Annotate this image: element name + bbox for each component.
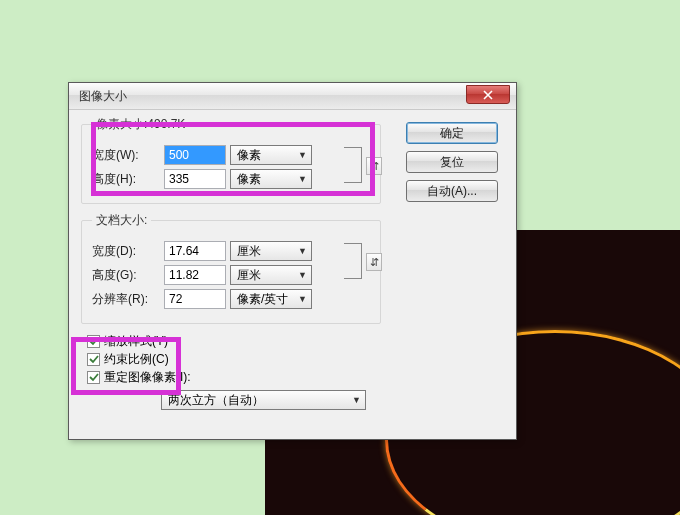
check-icon	[89, 372, 99, 382]
check-icon	[89, 336, 99, 346]
doc-link-toggle[interactable]: ⇵	[366, 253, 382, 271]
titlebar[interactable]: 图像大小	[69, 83, 516, 110]
reset-label: 复位	[440, 154, 464, 171]
res-unit: 像素/英寸	[237, 291, 288, 308]
auto-label: 自动(A)...	[427, 183, 477, 200]
resample-method-row: 两次立方（自动） ▼	[81, 390, 504, 410]
chevron-down-icon: ▼	[298, 150, 307, 160]
link-icon: ⇵	[370, 256, 379, 269]
scale-styles-label: 缩放样式(Y)	[104, 333, 168, 350]
constrain-row: 约束比例(C)	[87, 350, 504, 368]
resample-method-dropdown[interactable]: 两次立方（自动） ▼	[161, 390, 366, 410]
pixel-width-unit: 像素	[237, 147, 261, 164]
ok-button[interactable]: 确定	[406, 122, 498, 144]
chevron-down-icon: ▼	[298, 294, 307, 304]
doc-height-row: 高度(G): 厘米 ▼	[92, 265, 370, 285]
doc-link-bracket	[344, 243, 362, 279]
resample-row: 重定图像像素(I):	[87, 368, 504, 386]
ok-label: 确定	[440, 125, 464, 142]
dialog-title: 图像大小	[79, 88, 127, 105]
chevron-down-icon: ▼	[298, 174, 307, 184]
check-icon	[89, 354, 99, 364]
resample-checkbox[interactable]	[87, 371, 100, 384]
pixel-width-unit-dropdown[interactable]: 像素 ▼	[230, 145, 312, 165]
doc-width-label: 宽度(D):	[92, 243, 160, 260]
doc-height-input[interactable]	[164, 265, 226, 285]
pixel-height-unit: 像素	[237, 171, 261, 188]
resolution-input[interactable]	[164, 289, 226, 309]
options-checks: 缩放样式(Y) 约束比例(C) 重定图像像素(I):	[81, 332, 504, 386]
chevron-down-icon: ▼	[352, 395, 361, 405]
height-label: 高度(H):	[92, 171, 160, 188]
pixel-width-input[interactable]	[164, 145, 226, 165]
pixel-width-row: 宽度(W): 像素 ▼	[92, 145, 370, 165]
doc-height-unit-dropdown[interactable]: 厘米 ▼	[230, 265, 312, 285]
pixel-group-legend: 像素大小:490.7K	[92, 116, 189, 133]
pixel-height-input[interactable]	[164, 169, 226, 189]
resample-label: 重定图像像素(I):	[104, 369, 191, 386]
doc-width-unit: 厘米	[237, 243, 261, 260]
pixel-link-toggle[interactable]: ⇵	[366, 157, 382, 175]
constrain-checkbox[interactable]	[87, 353, 100, 366]
doc-height-unit: 厘米	[237, 267, 261, 284]
image-size-dialog: 图像大小 确定 复位 自动(A)... 像素大小:490.7K 宽度(W): 像…	[68, 82, 517, 440]
doc-height-label: 高度(G):	[92, 267, 160, 284]
chevron-down-icon: ▼	[298, 270, 307, 280]
constrain-label: 约束比例(C)	[104, 351, 169, 368]
link-icon: ⇵	[370, 160, 379, 173]
resample-method-value: 两次立方（自动）	[168, 392, 264, 409]
resolution-unit-dropdown[interactable]: 像素/英寸 ▼	[230, 289, 312, 309]
res-label: 分辨率(R):	[92, 291, 160, 308]
dialog-content: 确定 复位 自动(A)... 像素大小:490.7K 宽度(W): 像素 ▼ 高…	[69, 110, 516, 418]
close-button[interactable]	[466, 85, 510, 104]
pixel-dimensions-group: 像素大小:490.7K 宽度(W): 像素 ▼ 高度(H): 像素 ▼ ⇵	[81, 116, 381, 204]
pixel-link-bracket	[344, 147, 362, 183]
scale-styles-checkbox[interactable]	[87, 335, 100, 348]
document-size-group: 文档大小: 宽度(D): 厘米 ▼ 高度(G): 厘米 ▼ 分辨率(R):	[81, 212, 381, 324]
pixel-height-unit-dropdown[interactable]: 像素 ▼	[230, 169, 312, 189]
width-label: 宽度(W):	[92, 147, 160, 164]
pixel-height-row: 高度(H): 像素 ▼	[92, 169, 370, 189]
dialog-buttons: 确定 复位 自动(A)...	[406, 122, 498, 202]
doc-width-unit-dropdown[interactable]: 厘米 ▼	[230, 241, 312, 261]
close-icon	[483, 90, 493, 100]
chevron-down-icon: ▼	[298, 246, 307, 256]
doc-width-row: 宽度(D): 厘米 ▼	[92, 241, 370, 261]
scale-styles-row: 缩放样式(Y)	[87, 332, 504, 350]
doc-resolution-row: 分辨率(R): 像素/英寸 ▼	[92, 289, 370, 309]
auto-button[interactable]: 自动(A)...	[406, 180, 498, 202]
doc-group-legend: 文档大小:	[92, 212, 151, 229]
reset-button[interactable]: 复位	[406, 151, 498, 173]
doc-width-input[interactable]	[164, 241, 226, 261]
